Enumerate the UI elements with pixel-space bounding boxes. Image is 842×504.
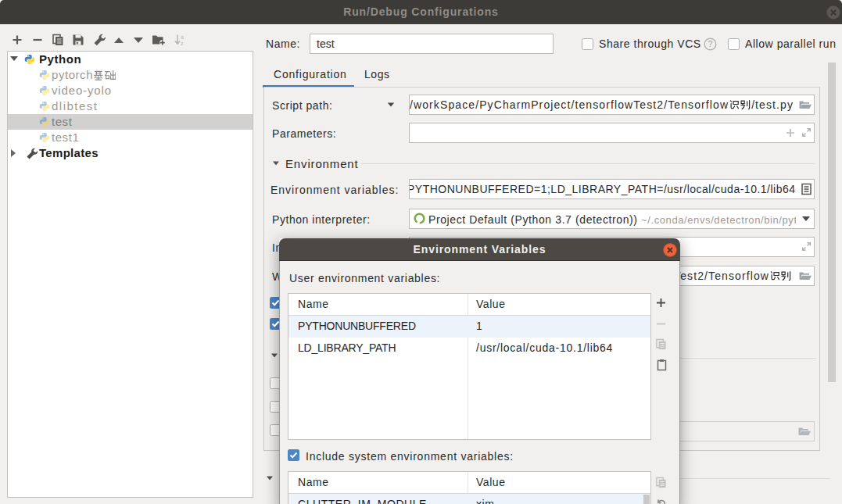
svg-text:a: a xyxy=(181,34,184,40)
svg-text:z: z xyxy=(181,41,184,46)
svg-text:?: ? xyxy=(708,39,713,48)
